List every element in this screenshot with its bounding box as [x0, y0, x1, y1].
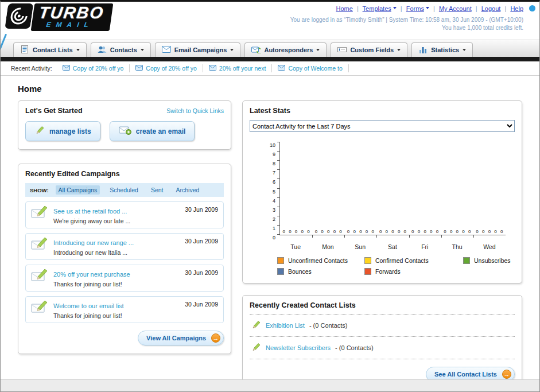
recent-activity-link[interactable]: Copy of 20% off yo: [146, 65, 197, 72]
chart-value-labels: 0 0 0 0 0: [280, 229, 312, 234]
recent-activity-link[interactable]: Copy of Welcome to: [288, 65, 342, 72]
campaign-date: 30 Jun 2009: [185, 269, 218, 276]
chevron-down-icon: [316, 49, 320, 53]
filter-tab-sent[interactable]: Sent: [148, 185, 166, 195]
nav-tab-label: Custom Fields: [350, 46, 394, 53]
credits-info: You have 1,000 total credits left.: [290, 25, 523, 31]
activity-chart: 0 0 0 0 00 0 0 0 00 0 0 0 00 0 0 0 00 0 …: [250, 140, 515, 250]
recent-activity-label: Recent Activity:: [11, 65, 52, 72]
chart-value-labels: 0 0 0 0 0: [441, 229, 473, 234]
contact-lists-icon: [20, 45, 29, 55]
logo-text: TURBO EMAIL: [31, 3, 114, 31]
recent-activity-item: Copy of Welcome to: [272, 64, 348, 72]
recent-activity-link[interactable]: Copy of 20% off yo: [73, 65, 124, 72]
nav-tab-contact-lists[interactable]: Contact Lists: [13, 42, 87, 57]
top-nav-templates[interactable]: Templates: [363, 5, 391, 12]
chart-legend: Unconfirmed Contacts Confirmed Contacts …: [277, 257, 515, 275]
nav-tab-autoresponders[interactable]: Autoresponders: [244, 42, 327, 57]
recent-activity-link[interactable]: 20% off your next: [219, 65, 266, 72]
y-axis-label: 3: [273, 207, 275, 213]
legend-label: Unconfirmed Contacts: [288, 257, 348, 264]
chart-group: 0 0 0 0 0: [280, 142, 312, 235]
legend-item: Unsubscribes: [463, 257, 515, 264]
chevron-down-icon: [397, 49, 401, 53]
chart-value-labels: 0 0 0 0 0: [376, 229, 409, 234]
show-label: SHOW:: [30, 187, 49, 193]
manage-lists-button[interactable]: manage lists: [25, 121, 100, 141]
recent-activity-item: 20% off your next: [203, 64, 273, 72]
custom-fields-icon: [337, 45, 347, 55]
chart-group: 0 0 0 0 0: [473, 142, 506, 235]
envelope-icon: [278, 65, 285, 72]
legend-item: Forwards: [364, 268, 463, 275]
campaign-title-link[interactable]: See us at the retail food ...: [53, 208, 127, 215]
legend-swatch-forwards: [364, 268, 371, 275]
recent-campaigns-panel: Recently Edited Campaigns SHOW: All Camp…: [18, 164, 231, 354]
nav-tab-label: Contact Lists: [33, 46, 73, 53]
switch-quick-links-link[interactable]: Switch to Quick Links: [166, 107, 224, 114]
x-axis-tick: [312, 235, 313, 238]
campaign-edit-icon: [31, 205, 48, 220]
filter-tab-archived[interactable]: Archived: [173, 185, 202, 195]
arrow-right-icon: →: [502, 370, 511, 379]
y-axis-tick: [277, 207, 280, 207]
nav-tab-email-campaigns[interactable]: Email Campaigns: [155, 42, 241, 57]
legend-swatch-confirmed: [364, 257, 371, 264]
legend-item: Confirmed Contacts: [364, 257, 463, 264]
pencil-icon: [34, 125, 45, 137]
recent-activity-item: Copy of 20% off yo: [57, 64, 130, 72]
top-nav-logout[interactable]: Logout: [481, 5, 501, 12]
top-nav-forms[interactable]: Forms: [406, 5, 424, 12]
campaign-edit-icon: [31, 269, 48, 284]
main-content: Home Let's Get Started Switch to Quick L…: [1, 76, 539, 390]
y-axis-tick: [277, 178, 280, 179]
envelope-plus-icon: [119, 126, 131, 137]
top-nav-my-account[interactable]: My Account: [439, 5, 472, 12]
nav-tab-contacts[interactable]: Contacts: [91, 42, 151, 57]
chevron-down-icon: [463, 49, 466, 53]
campaign-title-link[interactable]: 20% off your next purchase: [53, 271, 130, 278]
app-logo: TURBO EMAIL: [5, 3, 114, 31]
create-email-button[interactable]: create an email: [110, 121, 195, 141]
legend-swatch-bounces: [277, 268, 284, 275]
chart-plot: 0 0 0 0 00 0 0 0 00 0 0 0 00 0 0 0 00 0 …: [279, 142, 506, 235]
nav-tab-custom-fields[interactable]: Custom Fields: [331, 42, 407, 57]
x-axis-tick: [473, 235, 474, 238]
contact-list-row: Newsletter Subscribers - (0 Contacts): [250, 337, 515, 359]
y-axis-tick: [277, 216, 280, 216]
campaign-filter-bar: SHOW: All Campaigns Scheduled Sent Archi…: [25, 183, 224, 197]
campaign-row: Welcome to our email list Thanks for joi…: [25, 296, 224, 323]
campaign-row: See us at the retail food ... We're givi…: [25, 201, 224, 228]
nav-tab-statistics[interactable]: Statistics: [411, 42, 473, 57]
y-axis-tick: [277, 160, 280, 161]
recent-campaigns-title: Recently Edited Campaigns: [25, 170, 224, 178]
campaign-title-link[interactable]: Introducing our new range ...: [53, 239, 134, 246]
legend-label: Unsubscribes: [474, 257, 511, 264]
legend-item: Bounces: [277, 268, 364, 275]
create-email-label: create an email: [136, 127, 186, 135]
brand-dot: [529, 5, 535, 11]
legend-swatch-unsubscribes: [463, 257, 470, 264]
get-started-title: Let's Get Started: [25, 107, 83, 115]
chevron-down-icon: [393, 7, 397, 11]
nav-tab-label: Statistics: [431, 46, 459, 53]
filter-tab-all-campaigns[interactable]: All Campaigns: [56, 185, 100, 195]
campaign-title-link[interactable]: Welcome to our email list: [53, 302, 124, 309]
contact-list-count: - (0 Contacts): [309, 322, 348, 329]
view-all-campaigns-button[interactable]: View All Campaigns →: [138, 331, 224, 346]
filter-tab-scheduled[interactable]: Scheduled: [107, 185, 141, 195]
autoresponders-icon: [251, 45, 261, 55]
x-axis-tick: [376, 235, 377, 238]
y-axis-tick: [277, 169, 280, 170]
x-axis-label: Mon: [312, 243, 344, 250]
x-axis-label: Wed: [473, 243, 506, 250]
contact-list-link[interactable]: Newsletter Subscribers: [266, 344, 331, 351]
stats-period-select[interactable]: Contact Activity for the Last 7 Days: [250, 120, 515, 132]
legend-label: Confirmed Contacts: [375, 257, 429, 264]
nav-tab-label: Email Campaigns: [174, 46, 227, 53]
top-nav-help[interactable]: Help: [510, 5, 523, 12]
top-nav-home[interactable]: Home: [336, 5, 352, 12]
y-axis-tick: [277, 151, 280, 152]
contact-list-link[interactable]: Exhibition List: [266, 322, 305, 329]
campaign-edit-icon: [31, 300, 48, 315]
